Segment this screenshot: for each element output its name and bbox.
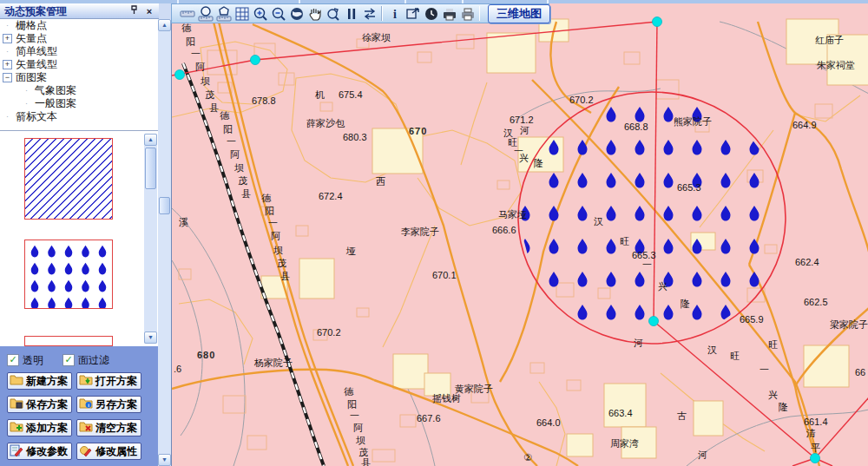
map-label: 662.4	[795, 257, 819, 267]
measure-polygon-icon[interactable]	[214, 5, 233, 23]
folder-saveas-icon: i	[79, 397, 93, 413]
button-保存方案[interactable]: 保存方案	[7, 396, 72, 413]
map-label: 665.3	[632, 250, 656, 260]
map-label: 平	[811, 443, 820, 453]
pin-icon[interactable]	[128, 5, 140, 17]
map-label: 周家湾	[610, 438, 639, 449]
vertex-handle[interactable]	[175, 70, 185, 80]
swap-arrows-icon[interactable]	[360, 5, 378, 23]
scroll-thumb[interactable]	[145, 148, 156, 189]
map-label: 665.9	[740, 314, 764, 325]
map-label: 671.2	[510, 115, 534, 125]
tree-item-label: 箭标文本	[16, 110, 57, 122]
map-label: 阿	[271, 231, 280, 241]
map-label: 坝	[273, 245, 283, 255]
plan-red-line[interactable]	[654, 22, 657, 321]
scroll-thumb[interactable]	[159, 197, 170, 214]
button-打开方案[interactable]: 打开方案	[76, 372, 141, 390]
info-icon[interactable]: i	[385, 5, 404, 23]
map-label: 663.4	[608, 408, 633, 418]
tree-item-面图案[interactable]: −面图案	[0, 71, 159, 84]
filter-checkboxes: ✓透明✓面过滤	[7, 354, 109, 366]
button-添加方案[interactable]: 添加方案	[7, 419, 72, 436]
map-label: ②	[523, 452, 532, 463]
print-icon[interactable]	[458, 5, 477, 23]
measure-distance-icon[interactable]	[178, 5, 196, 23]
tree-expander-icon[interactable]: +	[3, 34, 12, 43]
tree-item-矢量点[interactable]: +矢量点	[0, 32, 159, 45]
map-label: 阿	[195, 62, 205, 72]
pan-hand-icon[interactable]	[306, 5, 324, 23]
pause-icon[interactable]	[342, 5, 360, 23]
vertex-handle[interactable]	[251, 56, 260, 65]
close-icon[interactable]: ×	[143, 5, 155, 17]
map-label: 阳	[347, 399, 357, 410]
edit-params-icon	[10, 443, 23, 460]
map-label: 阳	[186, 36, 195, 47]
measure-area-icon[interactable]	[196, 5, 214, 23]
map-label: 坝	[234, 162, 244, 173]
checkbox-透明[interactable]: ✓透明	[7, 354, 43, 366]
tree-expander-icon[interactable]: −	[3, 73, 12, 82]
tree-expander-icon[interactable]: +	[3, 60, 12, 69]
button-修改参数[interactable]: 修改参数	[7, 443, 72, 460]
checkbox-面过滤[interactable]: ✓面过滤	[62, 354, 109, 366]
map-label: 一	[227, 136, 236, 147]
scroll-up-icon[interactable]: ▲	[144, 134, 157, 146]
tree-item-气象图案[interactable]: ·气象图案	[0, 84, 159, 97]
map-label: 清	[806, 428, 816, 438]
tree-connector: ·	[3, 21, 12, 30]
map-label: 德	[344, 386, 354, 397]
raindrop-dots-swatch-partial[interactable]	[24, 336, 113, 346]
tree-item-箭标文本[interactable]: ·箭标文本	[0, 110, 159, 123]
map-label: 一	[191, 49, 201, 59]
map-canvas[interactable]: 徐家坝红庙子朱家祠堂德阳一阿坝茂县德阳一阿坝茂县德阳一阿坝茂县德阳一阿坝茂县67…	[172, 3, 868, 466]
tree-item-label: 一般图案	[35, 97, 76, 109]
button-另存方案[interactable]: i另存方案	[76, 396, 141, 413]
grid-icon[interactable]	[233, 5, 251, 23]
clock-icon[interactable]	[422, 5, 440, 23]
scroll-up-icon[interactable]: ▲	[158, 19, 171, 31]
globe-icon[interactable]	[287, 5, 306, 23]
map-label: 675.4	[339, 89, 363, 100]
button-清空方案[interactable]: 清空方案	[76, 419, 141, 436]
zoom-out-icon[interactable]	[269, 5, 287, 23]
plan-red-line[interactable]	[815, 397, 868, 458]
vertex-handle[interactable]	[653, 17, 662, 27]
map-label: 662.5	[804, 297, 828, 307]
checkbox-icon[interactable]: ✓	[62, 354, 75, 366]
plan-red-line[interactable]	[172, 22, 657, 75]
zoom-previous-icon[interactable]	[324, 5, 342, 23]
print-preview-icon[interactable]	[440, 5, 458, 23]
folder-clear-icon	[79, 420, 93, 436]
scroll-down-icon[interactable]: ▼	[158, 454, 171, 466]
vertex-handle[interactable]	[649, 317, 659, 326]
raindrop-dots-swatch[interactable]	[24, 240, 113, 309]
map-label: 德	[220, 110, 230, 121]
tree-item-一般图案[interactable]: ·一般图案	[0, 97, 159, 110]
map-label: 隆	[779, 402, 788, 412]
map-label: 旺	[620, 236, 629, 246]
export-icon[interactable]	[404, 5, 422, 23]
zoom-in-icon[interactable]	[251, 5, 269, 23]
diagonal-hatch-swatch[interactable]	[24, 138, 113, 220]
panel-scrollbar[interactable]: ▲ ▼	[158, 19, 171, 466]
tree-item-label: 面图案	[16, 71, 47, 83]
map-label: 680.3	[343, 132, 367, 142]
tree-item-栅格点[interactable]: ·栅格点	[0, 19, 159, 32]
tree-item-简单线型[interactable]: ·简单线型	[0, 45, 159, 58]
plan-circle-outline[interactable]	[518, 92, 786, 344]
scroll-down-icon[interactable]: ▼	[144, 331, 157, 344]
checkbox-icon[interactable]: ✓	[7, 354, 19, 366]
folder-new-icon	[10, 373, 23, 390]
button-修改属性[interactable]: 修改属性	[76, 443, 141, 460]
panel-titlebar: 动态预案管理 ×	[0, 3, 159, 19]
map-label: 河	[634, 338, 643, 348]
tree-item-矢量线型[interactable]: +矢量线型	[0, 58, 159, 71]
map-label: 垭	[345, 246, 356, 256]
button-新建方案[interactable]: 新建方案	[7, 372, 72, 390]
plan-red-line[interactable]	[654, 321, 815, 458]
map3d-button[interactable]: 三维地图	[488, 4, 550, 23]
vertex-handle[interactable]	[811, 454, 820, 463]
pattern-list-scrollbar[interactable]: ▲ ▼	[144, 134, 157, 344]
